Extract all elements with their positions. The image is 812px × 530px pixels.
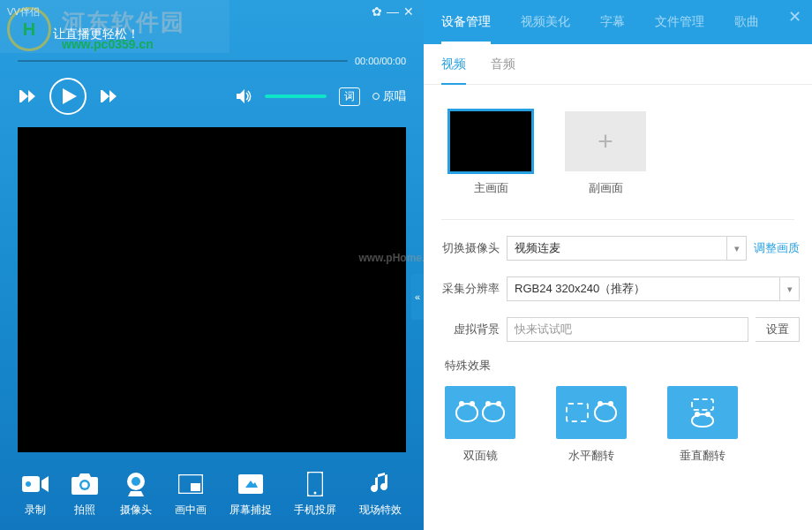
watermark-side: www.pHome.N: [358, 252, 432, 264]
effect-vflip[interactable]: 垂直翻转: [667, 386, 738, 464]
tagline: 让直播更轻松！: [0, 23, 424, 53]
next-button[interactable]: [99, 90, 118, 102]
vflip-icon: [667, 386, 738, 439]
player-controls: 词 原唱: [0, 69, 424, 127]
video-preview[interactable]: [18, 127, 406, 452]
pip-icon: [177, 473, 204, 496]
main-screen-slot[interactable]: 主画面: [450, 111, 531, 196]
close-icon[interactable]: ✕: [788, 7, 801, 26]
effects-row: 双面镜 水平翻转 垂直翻转: [424, 386, 812, 464]
svg-point-1: [26, 481, 31, 487]
effect-hflip[interactable]: 水平翻转: [556, 386, 627, 464]
settings-panel: 设备管理 视频美化 字幕 文件管理 歌曲 ✕ 视频 音频 主画面 + 副画面 切…: [424, 0, 812, 530]
resolution-label: 采集分辨率: [436, 281, 500, 297]
lyrics-button[interactable]: 词: [339, 87, 360, 106]
settings-tabs: 设备管理 视频美化 字幕 文件管理 歌曲 ✕: [424, 0, 812, 44]
svg-point-3: [81, 481, 87, 488]
chevron-down-icon: ▾: [779, 277, 799, 300]
divider: [441, 219, 794, 220]
progress-track[interactable]: [18, 60, 348, 62]
sub-screen-slot[interactable]: + 副画面: [565, 111, 646, 196]
subtab-video[interactable]: 视频: [441, 44, 466, 84]
tab-file-manage[interactable]: 文件管理: [655, 0, 704, 44]
original-vocal-toggle[interactable]: 原唱: [372, 88, 406, 104]
collapse-handle[interactable]: «: [411, 274, 424, 320]
close-button[interactable]: ✕: [401, 4, 417, 19]
chevron-down-icon: ▾: [726, 237, 746, 260]
main-screen-thumb[interactable]: [450, 111, 531, 171]
player-panel: H 河东软件园 www.pc0359.cn VV伴侣 ✿ — ✕ 让直播更轻松！…: [0, 0, 424, 530]
prev-button[interactable]: [18, 90, 37, 102]
titlebar: VV伴侣 ✿ — ✕: [0, 0, 424, 23]
plus-icon: +: [598, 126, 613, 156]
svg-point-5: [132, 477, 140, 486]
tool-pip[interactable]: 画中画: [175, 473, 207, 518]
virtualbg-input[interactable]: 快来试试吧: [507, 317, 748, 342]
tool-camera[interactable]: 摄像头: [120, 473, 152, 518]
volume-slider[interactable]: [265, 95, 327, 98]
subtabs: 视频 音频: [424, 44, 812, 85]
phone-icon: [302, 473, 328, 496]
subtab-audio[interactable]: 音频: [491, 44, 515, 84]
adjust-quality-link[interactable]: 调整画质: [754, 240, 800, 256]
radio-icon: [372, 93, 380, 100]
effects-title: 特殊效果: [424, 358, 812, 374]
virtualbg-label: 虚拟背景: [436, 322, 500, 337]
volume-icon[interactable]: [237, 89, 252, 103]
music-note-icon: [367, 473, 394, 496]
svg-point-10: [314, 491, 317, 494]
play-button[interactable]: [49, 78, 86, 115]
camera-select[interactable]: 视频连麦 ▾: [507, 236, 747, 261]
app-title: VV伴侣: [7, 5, 369, 19]
add-sub-screen[interactable]: +: [565, 111, 646, 171]
resolution-select[interactable]: RGB24 320x240（推荐） ▾: [507, 276, 800, 301]
progress-bar[interactable]: 00:00/00:00: [0, 53, 424, 69]
camcorder-icon: [22, 473, 49, 496]
screen-thumbnails: 主画面 + 副画面: [424, 85, 812, 203]
screen-capture-icon: [237, 473, 264, 496]
time-display: 00:00/00:00: [355, 56, 406, 66]
settings-icon[interactable]: ✿: [369, 4, 385, 19]
device-form: 切换摄像头 视频连麦 ▾ 调整画质 采集分辨率 RGB24 320x240（推荐…: [424, 236, 812, 342]
tool-screencap[interactable]: 屏幕捕捉: [229, 473, 272, 518]
tool-record[interactable]: 录制: [22, 473, 49, 518]
tool-scenefx[interactable]: 现场特效: [359, 473, 402, 518]
tab-subtitle[interactable]: 字幕: [600, 0, 625, 44]
webcam-icon: [123, 473, 149, 496]
virtualbg-setting-button[interactable]: 设置: [756, 317, 800, 342]
svg-rect-7: [191, 483, 200, 491]
tool-phonecast[interactable]: 手机投屏: [294, 473, 336, 518]
tab-video-beautify[interactable]: 视频美化: [521, 0, 570, 44]
hflip-icon: [556, 386, 627, 439]
mirror-icon: [445, 386, 515, 439]
camera-icon: [71, 473, 98, 496]
tool-photo[interactable]: 拍照: [71, 473, 98, 518]
tab-device-manage[interactable]: 设备管理: [441, 0, 491, 44]
camera-label: 切换摄像头: [436, 240, 500, 256]
minimize-button[interactable]: —: [385, 4, 401, 19]
effect-mirror[interactable]: 双面镜: [445, 386, 515, 464]
tab-songs[interactable]: 歌曲: [734, 0, 759, 44]
bottom-toolbar: 录制 拍照 摄像头 画中画 屏幕捕捉 手机投屏 现场特效: [0, 459, 424, 530]
